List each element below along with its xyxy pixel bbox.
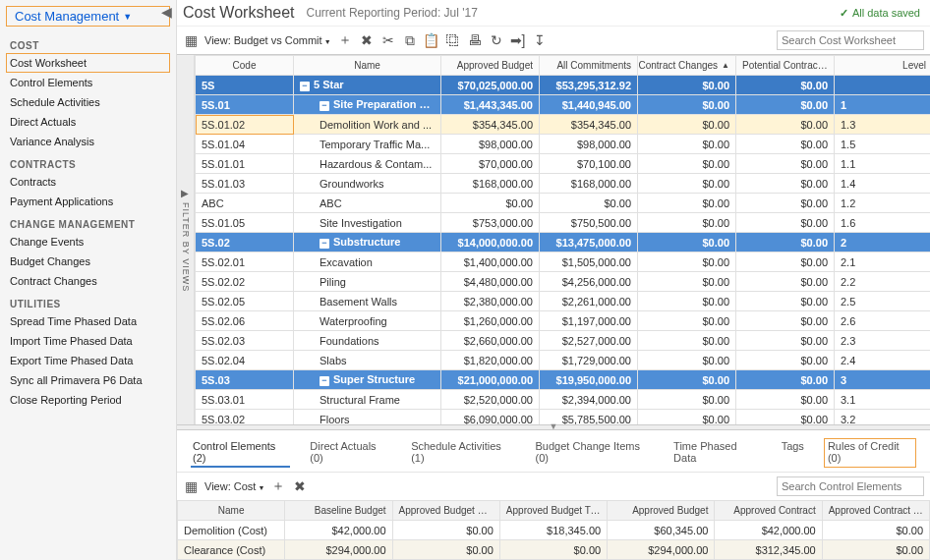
table-row[interactable]: 5S.02.01Excavation$1,400,000.00$1,505,00… [196, 252, 931, 272]
sidebar-item[interactable]: Variance Analysis [0, 132, 176, 151]
cell-name: Excavation [294, 252, 441, 272]
add-icon[interactable]: ＋ [337, 32, 353, 48]
table-row[interactable]: 5S.01.05Site Investigation$753,000.00$75… [196, 213, 931, 233]
sidebar-item[interactable]: Schedule Activities [0, 92, 176, 112]
duplicate-icon[interactable]: ⿻ [445, 32, 461, 48]
sidebar-item[interactable]: Sync all Primavera P6 Data [0, 370, 176, 390]
sidebar-item[interactable]: Change Events [0, 232, 176, 252]
paste-icon[interactable]: 📋 [424, 32, 439, 48]
table-row[interactable]: 5S.01.01Hazardous & Contam...$70,000.00$… [196, 154, 931, 174]
import-icon[interactable]: ➡] [510, 32, 526, 48]
column-header[interactable]: Approved Budget Changes [392, 501, 499, 521]
table-row[interactable]: 5S.03.01Structural Frame$2,520,000.00$2,… [196, 390, 931, 410]
table-row[interactable]: 5S−5 Star$70,025,000.00$53,295,312.92$0.… [196, 76, 931, 95]
view-selector[interactable]: View: Budget vs Commit▼ [204, 34, 331, 46]
cell-value: $21,000,000.00 [441, 370, 540, 390]
detail-tab[interactable]: Direct Actuals (0) [308, 438, 391, 468]
collapse-icon[interactable]: − [320, 376, 329, 386]
cell-value: $70,000.00 [441, 154, 540, 174]
cut-icon[interactable]: ✂ [380, 32, 396, 48]
delete-icon[interactable]: ✖ [359, 32, 375, 48]
sidebar: Cost Management ▼ ◀ COSTCost WorksheetCo… [0, 0, 177, 560]
table-row[interactable]: Clearance (Cost)$294,000.00$0.00$0.00$29… [178, 540, 930, 560]
table-row[interactable]: 5S.03.02Floors$6,090,000.00$5,785,500.00… [196, 410, 931, 425]
table-row[interactable]: 5S.02−Substructure$14,000,000.00$13,475,… [196, 233, 931, 252]
table-row[interactable]: 5S.02.04Slabs$1,820,000.00$1,729,000.00$… [196, 351, 931, 370]
cell-value: $2,527,000.00 [540, 331, 638, 351]
column-header[interactable]: All Commitments [540, 56, 638, 76]
search-worksheet-input[interactable] [777, 30, 924, 50]
table-row[interactable]: Demolition (Cost)$42,000.00$0.00$18,345.… [178, 521, 930, 540]
collapse-icon[interactable]: − [300, 82, 310, 91]
add-icon[interactable]: ＋ [270, 478, 286, 494]
cell-value: $0.00 [638, 252, 736, 272]
grid-icon[interactable]: ▦ [183, 32, 199, 48]
table-row[interactable]: 5S.01.02Demolition Work and ...$354,345.… [196, 115, 931, 135]
detail-tab[interactable]: Schedule Activities (1) [409, 438, 515, 468]
table-row[interactable]: 5S.02.03Foundations$2,660,000.00$2,527,0… [196, 331, 931, 351]
sidebar-item[interactable]: Cost Worksheet [6, 53, 170, 73]
collapse-icon[interactable]: − [320, 239, 329, 249]
sidebar-item[interactable]: Direct Actuals [0, 112, 176, 132]
sidebar-item[interactable]: Budget Changes [0, 252, 176, 271]
column-header[interactable]: Baseline Budget [285, 501, 392, 521]
collapse-icon[interactable]: − [320, 101, 329, 111]
cell-code: 5S.03.02 [196, 410, 294, 425]
detail-tab[interactable]: Time Phased Data [671, 438, 762, 468]
control-elements-grid[interactable]: NameBaseline BudgetApproved Budget Chang… [177, 500, 930, 560]
column-header[interactable]: Approved Budget [608, 501, 715, 521]
grid-icon[interactable]: ▦ [183, 478, 199, 494]
sidebar-item[interactable]: Import Time Phased Data [0, 331, 176, 351]
table-row[interactable]: 5S.02.05Basement Walls$2,380,000.00$2,26… [196, 292, 931, 311]
sidebar-item[interactable]: Spread Time Phased Data [0, 311, 176, 331]
column-header[interactable]: Approved Budget [441, 56, 540, 76]
cell-value: $53,295,312.92 [540, 76, 638, 95]
export-icon[interactable]: ↧ [532, 32, 548, 48]
copy-icon[interactable]: ⧉ [402, 32, 418, 48]
sidebar-item[interactable]: Control Elements [0, 73, 176, 92]
detail-tab[interactable]: Control Elements (2) [191, 438, 290, 468]
cell-name: Slabs [294, 351, 441, 370]
cell-value: 1.1 [835, 154, 931, 174]
column-header[interactable]: Pending Contract Changes▲ [638, 56, 736, 76]
collapse-sidebar-icon[interactable]: ◀ [161, 4, 172, 20]
column-header[interactable]: Name [294, 56, 441, 76]
column-header[interactable]: Code [196, 56, 294, 76]
column-header[interactable]: Level [835, 56, 931, 76]
detail-tabs: Control Elements (2)Direct Actuals (0)Sc… [177, 430, 930, 472]
detail-tab[interactable]: Budget Change Items (0) [534, 438, 655, 468]
table-row[interactable]: 5S.01.04Temporary Traffic Ma...$98,000.0… [196, 135, 931, 154]
sidebar-item[interactable]: Close Reporting Period [0, 390, 176, 410]
delete-icon[interactable]: ✖ [292, 478, 308, 494]
module-selector[interactable]: Cost Management ▼ [6, 6, 170, 27]
sidebar-item[interactable]: Payment Applications [0, 192, 176, 211]
table-row[interactable]: 5S.01.03Groundworks$168,000.00$168,000.0… [196, 174, 931, 194]
sidebar-item[interactable]: Contracts [0, 172, 176, 192]
column-header[interactable]: Approved Contract [715, 501, 822, 521]
chevron-down-icon: ▼ [258, 484, 264, 491]
column-header[interactable]: Approved Budget Transfers [499, 501, 607, 521]
search-control-elements-input[interactable] [777, 476, 924, 496]
cell-value: $0.00 [736, 115, 835, 135]
column-header[interactable]: Potential Contract Changes [736, 56, 835, 76]
table-row[interactable]: 5S.02.06Waterproofing$1,260,000.00$1,197… [196, 311, 931, 331]
refresh-icon[interactable]: ↻ [489, 32, 504, 48]
detail-tab[interactable]: Rules of Credit (0) [824, 438, 916, 468]
table-row[interactable]: 5S.03−Super Structure$21,000,000.00$19,9… [196, 370, 931, 390]
table-row[interactable]: 5S.01−Site Preparation Works$1,443,345.0… [196, 95, 931, 115]
sidebar-item[interactable]: Export Time Phased Data [0, 351, 176, 370]
detail-tab[interactable]: Tags [780, 438, 806, 468]
cell-value: 2.3 [835, 331, 931, 351]
cell-value: $1,443,345.00 [441, 95, 540, 115]
column-header[interactable]: Approved Contract Changes [822, 501, 929, 521]
sidebar-item[interactable]: Contract Changes [0, 271, 176, 291]
column-header[interactable]: Name [178, 501, 285, 521]
filter-by-views-tab[interactable]: ▶ FILTER BY VIEWS [177, 55, 195, 424]
cell-code: 5S.02.05 [196, 292, 294, 311]
table-row[interactable]: 5S.02.02Piling$4,480,000.00$4,256,000.00… [196, 272, 931, 292]
print-icon[interactable]: 🖶 [467, 32, 483, 48]
worksheet-grid[interactable]: CodeNameApproved BudgetAll CommitmentsPe… [195, 55, 930, 424]
view-selector[interactable]: View: Cost▼ [204, 480, 264, 492]
table-row[interactable]: ABCABC$0.00$0.00$0.00$0.001.2 [196, 194, 931, 213]
cell-value: $0.00 [736, 174, 835, 194]
